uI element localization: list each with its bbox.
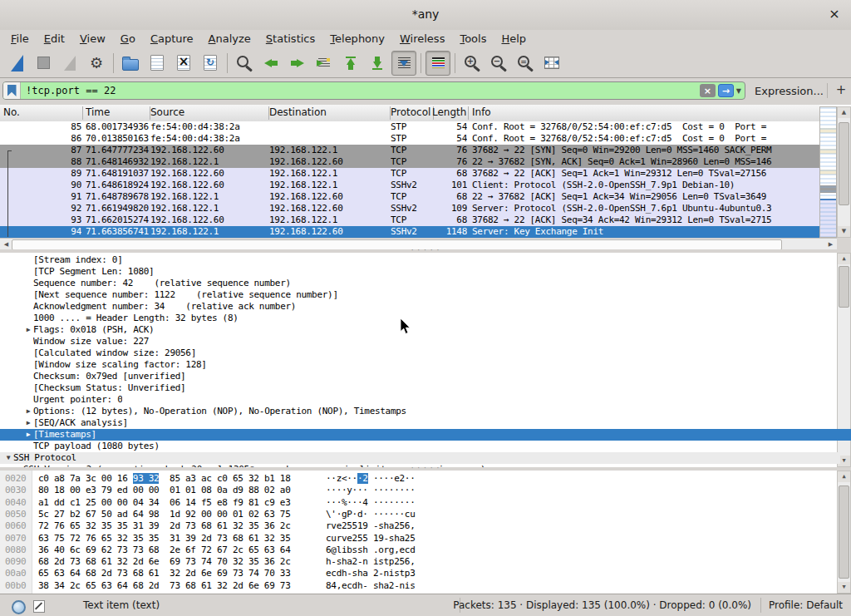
display-filter-field[interactable]: !tcp.port == 22 × → ▼ <box>2 81 745 100</box>
packet-row[interactable]: 9471.663856741192.168.122.1192.168.122.6… <box>0 226 819 238</box>
detail-row[interactable]: 1000 .... = Header Length: 32 bytes (8) <box>0 313 851 324</box>
scroll-down-arrow[interactable]: ▼ <box>838 582 850 593</box>
detail-row[interactable]: Urgent pointer: 0 <box>0 394 851 406</box>
hex-vscrollbar[interactable]: ▲ ▼ <box>837 471 851 594</box>
scroll-down-arrow[interactable]: ▼ <box>838 226 850 237</box>
detail-row[interactable]: [Stream index: 0] <box>0 254 851 266</box>
column-header-time[interactable]: Time <box>86 106 149 118</box>
go-last-button[interactable] <box>365 51 390 76</box>
scroll-up-arrow[interactable]: ▲ <box>838 107 850 118</box>
apply-filter-button[interactable]: → <box>718 84 734 97</box>
hex-row[interactable]: 006072 76 65 32 35 35 31 39 2d 73 68 61 … <box>0 520 837 532</box>
add-filter-button[interactable]: + <box>834 82 848 97</box>
zoom-original-button[interactable] <box>513 51 538 76</box>
column-header-length[interactable]: Length <box>432 106 467 118</box>
detail-row[interactable]: ▶[SEQ/ACK analysis] <box>0 417 851 429</box>
capture-comment-icon[interactable] <box>33 600 45 613</box>
menu-statistics[interactable]: Statistics <box>258 30 322 48</box>
detail-row[interactable]: Sequence number: 42 (relative sequence n… <box>0 278 851 289</box>
column-separator[interactable] <box>468 106 469 120</box>
menu-tools[interactable]: Tools <box>452 30 494 48</box>
column-header-info[interactable]: Info <box>472 106 818 118</box>
close-file-button[interactable] <box>171 51 196 76</box>
colorize-button[interactable] <box>426 51 450 76</box>
scroll-thumb[interactable] <box>839 485 849 579</box>
detail-row[interactable]: [Window size scaling factor: 128] <box>0 359 851 371</box>
detail-row[interactable]: [Calculated window size: 29056] <box>0 347 851 359</box>
detail-row[interactable]: ▶[Timestamps] <box>0 429 851 441</box>
filter-history-dropdown[interactable]: ▼ <box>736 87 741 95</box>
column-header-no[interactable]: No. <box>3 106 81 118</box>
expression-button[interactable]: Expression... <box>755 85 824 97</box>
clear-filter-button[interactable]: × <box>700 84 716 97</box>
stop-capture-button[interactable] <box>31 51 56 76</box>
column-separator[interactable] <box>82 106 83 120</box>
detail-row[interactable]: ▼SSH Protocol <box>0 452 840 464</box>
menu-go[interactable]: Go <box>113 30 143 48</box>
go-back-button[interactable] <box>258 51 283 76</box>
hex-row[interactable]: 008036 40 6c 69 62 73 73 68 2e 6f 72 67 … <box>0 545 837 556</box>
detail-row[interactable]: [TCP Segment Len: 1080] <box>0 266 851 278</box>
detail-row[interactable]: Window size value: 227 <box>0 336 851 347</box>
column-header-protocol[interactable]: Protocol <box>391 106 432 118</box>
hex-row[interactable]: 0020c0 a8 7a 3c 00 16 93 32 85 a3 ac c0 … <box>0 473 837 485</box>
auto-scroll-button[interactable] <box>391 51 416 76</box>
find-packet-button[interactable] <box>232 51 257 76</box>
scroll-right-arrow[interactable]: ▶ <box>825 239 836 249</box>
packet-row[interactable]: 8670.013850163fe:54:00:d4:38:2aSTP54Conf… <box>0 133 819 145</box>
go-forward-button[interactable] <box>285 51 310 76</box>
collapsed-arrow-icon[interactable]: ▶ <box>23 324 33 336</box>
go-to-packet-button[interactable] <box>312 51 337 76</box>
menu-analyze[interactable]: Analyze <box>201 30 258 48</box>
reload-file-button[interactable] <box>198 51 223 76</box>
save-file-button[interactable] <box>145 51 170 76</box>
scroll-left-arrow[interactable]: ◀ <box>1 239 12 249</box>
detail-row[interactable]: [Next sequence number: 1122 (relative se… <box>0 289 851 301</box>
packet-list-minimap[interactable] <box>819 106 837 238</box>
display-filter-input[interactable]: !tcp.port == 22 <box>21 85 700 96</box>
packet-row[interactable]: 8871.648146932192.168.122.1192.168.122.6… <box>0 156 819 168</box>
zoom-out-button[interactable] <box>486 51 511 76</box>
filter-bookmark-button[interactable] <box>3 81 21 100</box>
detail-row[interactable]: [Checksum Status: Unverified] <box>0 382 851 394</box>
hex-row[interactable]: 0040a1 dd c1 25 00 00 04 34 06 14 f5 e8 … <box>0 497 837 509</box>
start-capture-button[interactable] <box>4 51 29 76</box>
column-header-destination[interactable]: Destination <box>269 106 389 118</box>
detail-row[interactable]: Checksum: 0x79ed [unverified] <box>0 371 851 382</box>
restart-capture-button[interactable] <box>57 51 82 76</box>
zoom-in-button[interactable] <box>460 51 485 76</box>
detail-row[interactable]: ▶Options: (12 bytes), No-Operation (NOP)… <box>0 406 851 417</box>
expert-info-icon[interactable] <box>12 600 26 614</box>
hex-row[interactable]: 00505c 27 b2 67 50 ad 64 98 1d 92 00 00 … <box>0 509 837 520</box>
packet-row[interactable]: 9271.661949820192.168.122.1192.168.122.6… <box>0 203 819 214</box>
resize-columns-button[interactable] <box>539 51 564 76</box>
packet-row[interactable]: 8771.647777234192.168.122.60192.168.122.… <box>0 145 819 156</box>
detail-row[interactable]: Acknowledgment number: 34 (relative ack … <box>0 301 851 313</box>
packet-row[interactable]: 9371.662015274192.168.122.60192.168.122.… <box>0 214 819 226</box>
collapsed-arrow-icon[interactable]: ▶ <box>23 406 33 417</box>
menu-telephony[interactable]: Telephony <box>322 30 392 48</box>
packet-row[interactable]: 9071.648618924192.168.122.60192.168.122.… <box>0 180 819 191</box>
packet-row[interactable]: 9171.648789678192.168.122.1192.168.122.6… <box>0 191 819 203</box>
close-window-button[interactable]: × <box>826 6 843 22</box>
hex-row[interactable]: 00b038 34 2c 65 63 64 68 2d 73 68 61 32 … <box>0 580 837 592</box>
menu-view[interactable]: View <box>72 30 113 48</box>
open-file-button[interactable] <box>118 51 143 76</box>
detail-row[interactable]: TCP payload (1080 bytes) <box>0 441 851 452</box>
menu-edit[interactable]: Edit <box>37 30 72 48</box>
collapsed-arrow-icon[interactable]: ▶ <box>23 417 33 429</box>
packet-row[interactable]: 8568.001734936fe:54:00:d4:38:2aSTP54Conf… <box>0 121 819 133</box>
menu-capture[interactable]: Capture <box>143 30 201 48</box>
packet-row[interactable]: 8971.648191037192.168.122.60192.168.122.… <box>0 168 819 180</box>
hex-row[interactable]: 007063 75 72 76 65 32 35 35 31 39 2d 73 … <box>0 533 837 545</box>
detail-row[interactable]: ▶Flags: 0x018 (PSH, ACK) <box>0 324 851 336</box>
capture-options-button[interactable] <box>84 51 109 76</box>
hex-row[interactable]: 003080 18 00 e3 79 ed 00 00 01 01 08 0a … <box>0 485 837 496</box>
expanded-arrow-icon[interactable]: ▼ <box>3 452 13 464</box>
scroll-thumb[interactable] <box>839 122 849 205</box>
collapsed-arrow-icon[interactable]: ▶ <box>23 429 33 441</box>
menu-help[interactable]: Help <box>494 30 534 48</box>
hex-row[interactable]: 00a065 63 64 68 2d 73 68 61 32 2d 6e 69 … <box>0 568 837 579</box>
profile-text[interactable]: Profile: Default <box>769 599 843 611</box>
menu-wireless[interactable]: Wireless <box>392 30 452 48</box>
